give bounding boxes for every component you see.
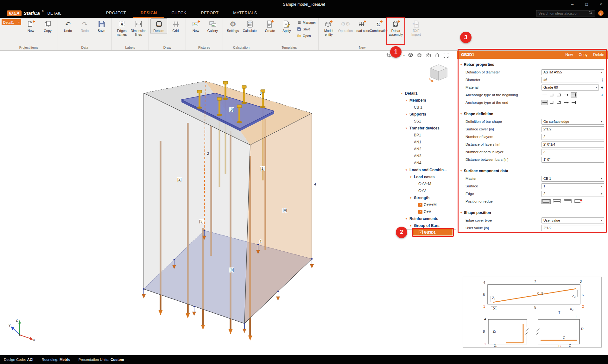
tree-item-an4[interactable]: AN4 bbox=[400, 160, 456, 166]
search-input[interactable] bbox=[538, 11, 587, 15]
anchorage-option-4-icon[interactable] bbox=[563, 100, 570, 105]
template-manager-button[interactable]: Manager bbox=[296, 19, 317, 25]
anchorage-option-4-icon[interactable] bbox=[563, 92, 570, 97]
material-select[interactable]: Grade 60▾ bbox=[542, 85, 599, 91]
load-case-button[interactable]: Load case bbox=[354, 18, 370, 34]
template-apply-button[interactable]: Apply bbox=[278, 18, 295, 34]
section-shape-definition[interactable]: ▾Shape definition bbox=[457, 110, 608, 118]
operation-button[interactable]: ⚙⚙ Operation bbox=[337, 18, 354, 34]
search-box[interactable] bbox=[536, 10, 595, 16]
position-option-3-icon[interactable] bbox=[563, 199, 572, 204]
template-save-button[interactable]: Save bbox=[296, 26, 317, 32]
tree-item-an2[interactable]: AN2 bbox=[400, 146, 456, 153]
anchorage-option-1-icon[interactable] bbox=[542, 92, 548, 97]
rebars-toggle-button[interactable]: Rebars bbox=[150, 18, 167, 34]
tab-report[interactable]: REPORT bbox=[193, 9, 226, 18]
tree-item-supports[interactable]: ▾Supports bbox=[400, 111, 456, 118]
3d-viewport[interactable]: [1][2][3][4][5][6]3412ZXY ▾ ▾ ▾De bbox=[0, 51, 457, 355]
tree-item-c-v-m[interactable]: ✓C+V+M bbox=[400, 201, 456, 208]
perspective-view-icon[interactable] bbox=[408, 52, 414, 58]
maximize-button[interactable]: □ bbox=[580, 0, 594, 9]
tree-item-reinforcements[interactable]: ▾Reinforcements bbox=[400, 215, 456, 222]
tab-materials[interactable]: MATERIALS bbox=[226, 9, 264, 18]
distance-between-bars-in-input[interactable]: 1'-0" bbox=[542, 157, 604, 163]
combination-button[interactable]: Σ Combination bbox=[370, 18, 387, 34]
anchorage-option-2-icon[interactable] bbox=[549, 92, 555, 97]
surface-cover-in-input[interactable]: 2"1/2 bbox=[542, 126, 604, 132]
tree-item-members[interactable]: ▾Members bbox=[400, 97, 456, 104]
tree-item-bp1[interactable]: BP1 bbox=[400, 132, 456, 139]
tree-item-cb-1[interactable]: CB 1 bbox=[400, 104, 456, 111]
tree-item-an3[interactable]: AN3 bbox=[400, 153, 456, 160]
save-button[interactable]: Save bbox=[93, 18, 110, 34]
chevron-down-icon[interactable]: ▾ bbox=[400, 92, 404, 95]
surface-select[interactable]: 1▾ bbox=[542, 183, 604, 189]
crop-tool-icon[interactable] bbox=[386, 52, 392, 58]
diameter-stepper[interactable]: #6 bbox=[542, 77, 599, 83]
definition-of-bar-shape-select[interactable]: On surface edge▾ bbox=[542, 119, 604, 125]
new-picture-button[interactable]: New bbox=[187, 18, 204, 34]
tree-item-c-v-m[interactable]: C+V+M bbox=[400, 180, 456, 187]
anchorage-option-1-icon[interactable] bbox=[542, 100, 548, 105]
edge-cover-type-select[interactable]: User value▾ bbox=[542, 217, 604, 223]
definition-of-diameter-select[interactable]: ASTM A955▾ bbox=[542, 69, 604, 75]
tree-item-c-v[interactable]: C+V bbox=[400, 187, 456, 194]
rebar-assembly-button[interactable]: Rebar assembly bbox=[387, 18, 404, 38]
chevron-down-icon[interactable]: ▾ bbox=[404, 168, 408, 172]
close-button[interactable]: × bbox=[594, 0, 608, 9]
layers-view-icon[interactable] bbox=[416, 52, 422, 58]
chevron-down-icon[interactable]: ▾ bbox=[404, 99, 408, 102]
tab-project[interactable]: PROJECT bbox=[99, 9, 133, 18]
edges-names-button[interactable]: A Edges names bbox=[113, 18, 130, 38]
search-icon[interactable] bbox=[588, 10, 593, 16]
anchorage-option-5-icon[interactable] bbox=[571, 92, 577, 97]
position-option-2-icon[interactable] bbox=[552, 199, 561, 204]
template-open-button[interactable]: Open bbox=[296, 33, 317, 39]
chevron-down-icon[interactable]: ▾ bbox=[392, 54, 394, 57]
undo-button[interactable]: ↶ Undo bbox=[60, 18, 76, 34]
grid-toggle-button[interactable]: Grid bbox=[167, 18, 184, 34]
position-option-1-icon[interactable] bbox=[542, 199, 551, 204]
edge-select[interactable]: 2▾ bbox=[542, 191, 604, 197]
spinner-buttons[interactable]: ▴▾ bbox=[600, 78, 604, 82]
measure-tool-icon[interactable] bbox=[397, 52, 403, 58]
chevron-down-icon[interactable]: ▾ bbox=[403, 54, 405, 57]
redo-button[interactable]: ↷ Redo bbox=[76, 18, 93, 34]
user-value-in-input[interactable]: 2"1/2 bbox=[542, 225, 604, 231]
section-surface-component-data[interactable]: ▾Surface component data bbox=[457, 167, 608, 175]
plus-button[interactable]: + bbox=[600, 93, 604, 97]
anchorage-option-2-icon[interactable] bbox=[549, 100, 555, 105]
dxf-import-button[interactable]: DXF DXF Import bbox=[408, 18, 424, 38]
navigation-cube[interactable] bbox=[428, 63, 450, 84]
tab-design[interactable]: DESIGN bbox=[133, 9, 164, 18]
checkbox-checked-icon[interactable]: ✓ bbox=[418, 210, 422, 214]
dimension-lines-button[interactable]: Dimension lines bbox=[130, 18, 147, 38]
chevron-down-icon[interactable]: ▾ bbox=[404, 113, 408, 116]
number-of-bars-in-layer-input[interactable]: 3 bbox=[542, 149, 604, 155]
tree-item-loads-and-combin[interactable]: ▾Loads and Combin... bbox=[400, 166, 456, 173]
home-view-icon[interactable] bbox=[434, 52, 440, 58]
calculate-button[interactable]: Calculate bbox=[241, 18, 258, 34]
distance-of-layers-in-input[interactable]: 2'-0"1/4 bbox=[542, 141, 604, 147]
gallery-button[interactable]: Gallery bbox=[204, 18, 221, 34]
master-select[interactable]: CB 1▾ bbox=[542, 176, 604, 182]
detail-selector[interactable]: Detail1 ▾ bbox=[2, 19, 21, 25]
chevron-down-icon[interactable]: ▾ bbox=[404, 217, 408, 220]
tree-item-load-cases[interactable]: ▾Load cases bbox=[400, 173, 456, 180]
checkbox-checked-icon[interactable]: ✓ bbox=[419, 230, 423, 234]
section-rebar-properties[interactable]: ▾Rebar properties bbox=[457, 61, 608, 68]
props-copy-button[interactable]: Copy bbox=[579, 53, 587, 57]
minimize-button[interactable]: – bbox=[565, 0, 580, 9]
chevron-down-icon[interactable]: ▾ bbox=[409, 175, 413, 179]
plus-button[interactable]: + bbox=[600, 85, 604, 90]
zoom-fit-icon[interactable] bbox=[443, 52, 449, 58]
chevron-down-icon[interactable]: ▾ bbox=[409, 224, 413, 227]
tree-item-detail1[interactable]: ▾Detail1 bbox=[400, 90, 456, 97]
new-project-item-button[interactable]: New bbox=[22, 18, 39, 34]
tab-check[interactable]: CHECK bbox=[164, 9, 193, 18]
tree-item-strength[interactable]: ▾Strength bbox=[400, 194, 456, 201]
chevron-down-icon[interactable]: ▾ bbox=[409, 196, 413, 199]
settings-button[interactable]: ⚙ Settings bbox=[225, 18, 241, 34]
number-of-layers-input[interactable]: 2 bbox=[542, 134, 604, 140]
anchorage-option-3-icon[interactable] bbox=[556, 92, 562, 97]
